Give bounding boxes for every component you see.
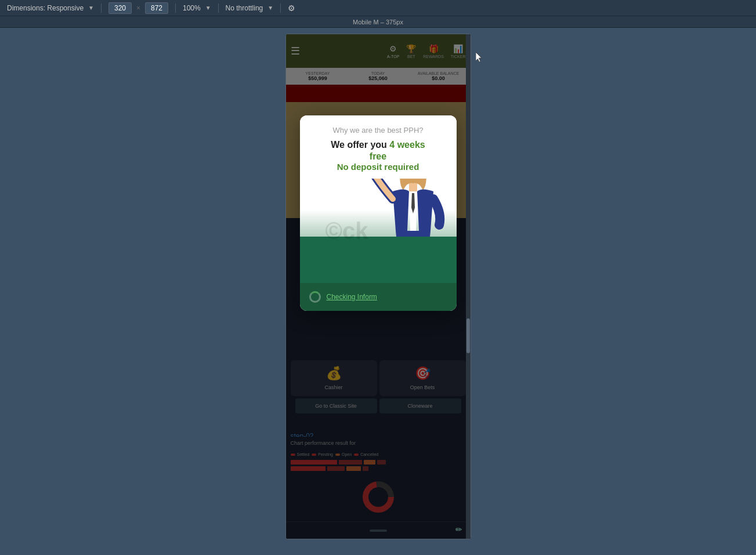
divider-4	[280, 3, 281, 13]
scrollbar-thumb[interactable]	[466, 318, 470, 353]
modal-highlight: 4 weeks	[389, 140, 425, 150]
checking-text[interactable]: Checking Inform	[327, 293, 377, 301]
zoom-dropdown-icon[interactable]: ▼	[205, 5, 211, 11]
settings-button[interactable]: ⚙	[288, 3, 295, 13]
device-scrollbar[interactable]	[466, 34, 471, 539]
divider-2	[175, 3, 176, 13]
modal-image: ©ck	[300, 179, 457, 283]
dimension-separator: ×	[136, 4, 140, 12]
dropdown-icon[interactable]: ▼	[88, 5, 94, 11]
modal-subtitle: Why we are the best PPH?	[309, 126, 447, 135]
dimensions-label[interactable]: Dimensions: Responsive	[7, 4, 84, 12]
loading-spinner	[309, 291, 321, 303]
modal-title-line: We offer you 4 weeks	[309, 139, 447, 151]
ruler-bar: Mobile M – 375px	[0, 16, 756, 28]
cursor	[476, 52, 483, 63]
toolbar: Dimensions: Responsive ▼ × 100% ▼ No thr…	[0, 0, 756, 16]
modal-title-part1: We offer you	[331, 140, 389, 150]
throttling-dropdown-icon[interactable]: ▼	[267, 5, 273, 11]
zoom-label[interactable]: 100%	[183, 4, 201, 12]
modal-card: Why we are the best PPH? We offer you 4 …	[300, 115, 457, 311]
modal-bottom: Checking Inform	[300, 283, 457, 311]
throttling-label[interactable]: No throttling	[226, 4, 263, 12]
divider-1	[101, 3, 102, 13]
device-frame: ☰ ⚙ A-TOP 🏆 BET 🎁 REWARDS 📊 TICKER	[285, 34, 471, 539]
modal-overlay[interactable]: Why we are the best PPH? We offer you 4 …	[286, 34, 471, 539]
teal-bg	[300, 237, 457, 283]
height-input[interactable]	[145, 2, 168, 14]
modal-tagline: No deposit required	[309, 162, 447, 172]
modal-title-free: free	[309, 151, 447, 162]
modal-top: Why we are the best PPH? We offer you 4 …	[300, 115, 457, 179]
svg-rect-2	[409, 183, 417, 191]
divider-3	[218, 3, 219, 13]
edit-icon[interactable]: ✏	[455, 525, 462, 534]
ruler-label: Mobile M – 375px	[353, 19, 403, 26]
main-area: ☰ ⚙ A-TOP 🏆 BET 🎁 REWARDS 📊 TICKER	[0, 28, 756, 555]
width-input[interactable]	[108, 2, 132, 14]
